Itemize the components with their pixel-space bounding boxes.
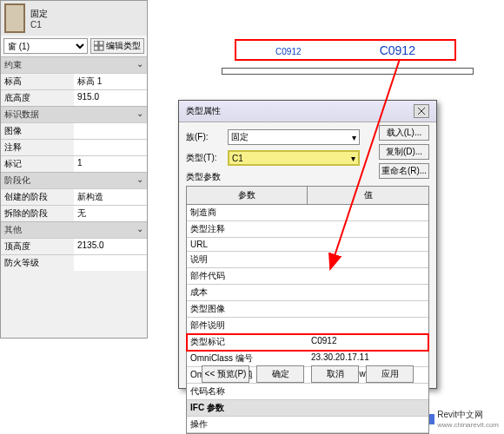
tags-highlight: C0912 C0912 xyxy=(235,39,456,61)
chevron-down-icon: ▾ xyxy=(352,133,356,142)
sill-height-value[interactable]: 915.0 xyxy=(74,90,147,106)
dialog-title: 类型属性 xyxy=(186,105,221,117)
rename-button[interactable]: 重命名(R)... xyxy=(379,163,429,179)
constraints-header[interactable]: 约束⌄ xyxy=(1,57,147,73)
window-tag-left[interactable]: C0912 xyxy=(275,43,301,57)
value-col-header[interactable]: 值 xyxy=(308,187,428,204)
type-properties-dialog: 类型属性 族(F): 固定▾ 类型(T): C1▾ 载入(L)... 复制(D)… xyxy=(178,100,437,389)
svg-rect-2 xyxy=(94,46,98,50)
properties-header: 固定 C1 xyxy=(1,1,147,36)
edit-type-label: 编辑类型 xyxy=(106,40,141,52)
level-value[interactable]: 标高 1 xyxy=(74,74,147,89)
cancel-button[interactable]: 取消 xyxy=(311,365,359,383)
edit-type-button[interactable]: 编辑类型 xyxy=(90,38,144,54)
other-header[interactable]: 其他⌄ xyxy=(1,222,147,238)
family-icon xyxy=(4,3,25,33)
type-name: C1 xyxy=(30,20,48,30)
identity-header[interactable]: 标识数据⌄ xyxy=(1,107,147,122)
ok-button[interactable]: 确定 xyxy=(256,365,304,383)
svg-rect-0 xyxy=(94,41,98,45)
param-col-header[interactable]: 参数 xyxy=(187,187,308,204)
duplicate-button[interactable]: 复制(D)... xyxy=(379,144,429,160)
type-mark-value[interactable]: C0912 xyxy=(308,334,428,350)
type-mark-row: 类型标记C0912 xyxy=(187,334,428,351)
type-label: 类型(T): xyxy=(186,152,228,164)
properties-panel: 固定 C1 窗 (1) 编辑类型 约束⌄ 标高标高 1 底高度915.0 标识数… xyxy=(0,0,148,339)
family-label: 族(F): xyxy=(186,131,228,143)
chevron-down-icon: ▾ xyxy=(351,154,355,163)
level-row: 标高标高 1 xyxy=(1,73,147,89)
load-button[interactable]: 载入(L)... xyxy=(379,125,429,141)
sill-height-row: 底高度915.0 xyxy=(1,89,147,106)
svg-rect-1 xyxy=(99,41,103,45)
window-tag-right[interactable]: C0912 xyxy=(380,43,415,57)
family-combo[interactable]: 固定▾ xyxy=(228,129,360,145)
edit-type-icon xyxy=(94,41,104,51)
close-button[interactable] xyxy=(414,104,429,118)
apply-button[interactable]: 应用 xyxy=(366,365,414,383)
svg-rect-3 xyxy=(99,46,103,50)
type-combo[interactable]: C1▾ xyxy=(228,150,360,166)
wall-element[interactable] xyxy=(222,68,474,75)
preview-button[interactable]: << 预览(P) xyxy=(202,365,249,383)
phasing-header[interactable]: 阶段化⌄ xyxy=(1,173,147,188)
family-name: 固定 xyxy=(30,8,48,20)
instance-selector[interactable]: 窗 (1) xyxy=(3,38,88,54)
dialog-titlebar[interactable]: 类型属性 xyxy=(179,101,436,122)
type-params-table: 参数 值 制造商 类型注释 URL 说明 部件代码 成本 类型图像 部件说明 类… xyxy=(186,186,429,434)
